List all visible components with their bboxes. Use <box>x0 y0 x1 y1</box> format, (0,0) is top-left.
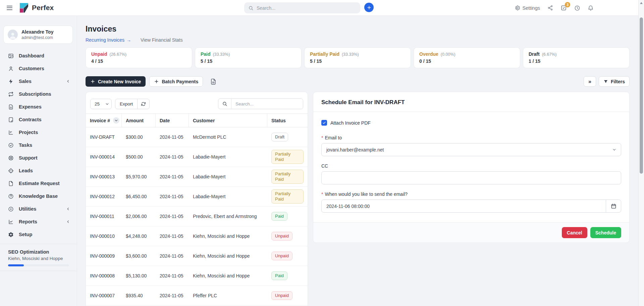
attach-invoice-pdf-option[interactable]: Attach Invoice PDF <box>321 120 621 126</box>
column-header-status[interactable]: Status <box>271 114 304 127</box>
panel-title: Schedule Email for INV-DRAFT <box>313 92 629 112</box>
menu-toggle-icon[interactable] <box>7 4 12 11</box>
expenses-icon <box>8 104 14 110</box>
column-header-date[interactable]: Date <box>160 114 189 127</box>
stat-label: Overdue <box>419 51 438 57</box>
stat-card-partially-paid[interactable]: Partially Paid (33.33%) 5 / 15 <box>304 47 411 68</box>
timesheet-button[interactable] <box>574 5 580 11</box>
view-financial-stats-link[interactable]: View Financial Stats <box>141 37 183 43</box>
cell-date: 2024-11-05 <box>160 293 193 298</box>
table-header: Invoice # Amount Date Customer Status <box>86 114 308 127</box>
cell-amount: $5,130.00 <box>126 273 160 278</box>
table-row[interactable]: INV-000009 $3,600.00 2024-11-05 Kiehn, M… <box>86 246 308 266</box>
todo-button[interactable]: 3 <box>560 5 567 11</box>
sidebar-item-estimate-request[interactable]: Estimate Request <box>0 177 77 190</box>
table-row[interactable]: INV-000011 $2,006.00 2024-11-05 Predovic… <box>86 207 308 226</box>
required-asterisk: * <box>321 191 323 197</box>
sidebar-item-dashboard[interactable]: Dashboard <box>0 49 77 62</box>
sidebar-item-contracts[interactable]: Contracts <box>0 113 77 126</box>
table-row[interactable]: INV-000012 $6,450.00 2024-11-05 Labadie-… <box>86 187 308 207</box>
table-row[interactable]: INV-000013 $5,970.00 2024-11-05 Labadie-… <box>86 167 308 187</box>
recurring-invoices-link[interactable]: Recurring Invoices→ <box>86 37 131 43</box>
column-header-amount[interactable]: Amount <box>126 114 156 127</box>
scrollbar-thumb[interactable] <box>640 17 643 174</box>
scrollbar-up-arrow[interactable] <box>640 2 643 4</box>
export-button[interactable]: Export <box>115 99 138 109</box>
calendar-icon[interactable] <box>606 200 621 213</box>
quick-create-button[interactable] <box>364 3 374 12</box>
status-badge: Draft <box>271 133 288 141</box>
sidebar-item-reports[interactable]: Reports <box>0 215 77 228</box>
project-client: Kiehn, Mosciski and Hoppe <box>8 256 69 261</box>
sidebar-item-expenses[interactable]: Expenses <box>0 100 77 113</box>
cancel-button[interactable]: Cancel <box>562 227 587 238</box>
create-new-invoice-button[interactable]: Create New Invoice <box>86 76 146 87</box>
sidebar-item-setup[interactable]: Setup <box>0 228 77 241</box>
invoice-sort-button[interactable] <box>113 117 119 124</box>
projects-icon <box>8 130 14 135</box>
schedule-email-panel: Schedule Email for INV-DRAFT Attach Invo… <box>313 92 630 243</box>
stat-card-overdue[interactable]: Overdue (0.00%) 0 / 15 <box>414 47 520 68</box>
share-button[interactable] <box>547 5 553 11</box>
page-size-dropdown[interactable]: 25 <box>90 99 112 109</box>
sidebar-item-subscriptions[interactable]: Subscriptions <box>0 88 77 100</box>
perfex-logo[interactable] <box>20 3 28 13</box>
stat-card-paid[interactable]: Paid (33.33%) 5 / 15 <box>195 47 302 68</box>
sidebar-item-label: Support <box>19 155 38 161</box>
stat-count: 5 / 15 <box>310 58 405 64</box>
global-search-input[interactable] <box>257 5 356 11</box>
table-row[interactable]: INV-000008 $5,130.00 2024-11-05 Kiehn, M… <box>86 266 308 286</box>
sidebar-project-widget[interactable]: SEO Optimization Kiehn, Mosciski and Hop… <box>0 244 77 266</box>
column-header-customer[interactable]: Customer <box>193 114 267 127</box>
stat-percent: (26.67%) <box>109 52 126 57</box>
sidebar-item-support[interactable]: Support <box>0 151 77 164</box>
schedule-button[interactable]: Schedule <box>590 227 621 238</box>
sidebar-item-utilities[interactable]: Utilities <box>0 203 77 215</box>
sidebar-item-sales[interactable]: Sales <box>0 75 77 88</box>
sidebar-item-customers[interactable]: Customers <box>0 62 77 75</box>
table-row[interactable]: INV-000007 $935.40 2024-11-05 Pfeffer PL… <box>86 286 308 306</box>
invoice-stats-row: Unpaid (26.67%) 4 / 15 Paid (33.33%) 5 /… <box>86 47 630 68</box>
table-search[interactable] <box>218 98 303 109</box>
attach-pdf-checkbox[interactable] <box>321 120 327 126</box>
utilities-icon <box>8 206 14 212</box>
stat-card-draft[interactable]: Draft (6.67%) 1 / 15 <box>523 47 630 68</box>
invoices-pdf-export-button[interactable] <box>210 78 217 85</box>
send-datetime-input[interactable] <box>321 200 621 213</box>
stat-card-unpaid[interactable]: Unpaid (26.67%) 4 / 15 <box>86 47 192 68</box>
batch-payments-button[interactable]: Batch Payments <box>149 76 203 87</box>
cell-customer: Predovic, Ebert and Armstrong <box>193 214 271 219</box>
sidebar-item-label: Sales <box>19 79 32 84</box>
sidebar-item-leads[interactable]: Leads <box>0 164 77 177</box>
filters-button[interactable]: Filters <box>599 76 630 87</box>
table-search-input[interactable] <box>231 99 303 109</box>
invoices-table-card: 25 Export Invoice # <box>86 92 308 306</box>
stat-label: Paid <box>201 51 211 57</box>
plus-icon <box>154 79 159 84</box>
email-to-select[interactable]: jovani.harber@example.net <box>321 143 621 156</box>
navbar-actions: Settings 3 <box>515 0 594 16</box>
table-row[interactable]: INV-000010 $4,248.00 2024-11-05 Kiehn, M… <box>86 226 308 246</box>
toggle-panel-button[interactable]: » <box>584 76 596 87</box>
sidebar-item-tasks[interactable]: Tasks <box>0 139 77 151</box>
stat-percent: (33.33%) <box>342 52 359 57</box>
sidebar-item-knowledge-base[interactable]: Knowledge Base <box>0 190 77 203</box>
refresh-button[interactable] <box>138 99 149 109</box>
attach-pdf-label: Attach Invoice PDF <box>330 120 371 126</box>
cell-amount: $5,970.00 <box>126 174 160 179</box>
column-header-invoice[interactable]: Invoice # <box>90 114 122 127</box>
notifications-button[interactable] <box>588 5 594 11</box>
status-badge: Partially Paid <box>271 170 304 183</box>
table-row[interactable]: INV-000014 $500.00 2024-11-05 Labadie-Ma… <box>86 147 308 167</box>
sidebar-divider <box>0 271 77 271</box>
cc-input[interactable] <box>321 171 621 184</box>
sidebar-item-projects[interactable]: Projects <box>0 126 77 139</box>
page-scrollbar[interactable] <box>638 0 644 306</box>
settings-button[interactable]: Settings <box>515 5 540 11</box>
email-to-value: jovani.harber@example.net <box>326 147 384 152</box>
table-row[interactable]: INV-DRAFT $300.00 2024-11-05 McDermott P… <box>86 127 308 147</box>
page-size-select[interactable]: 25 <box>90 99 112 109</box>
cell-date: 2024-11-05 <box>160 273 193 278</box>
global-search[interactable] <box>244 2 360 13</box>
user-card[interactable]: Alexandre Toy admin@test.com <box>3 26 73 44</box>
